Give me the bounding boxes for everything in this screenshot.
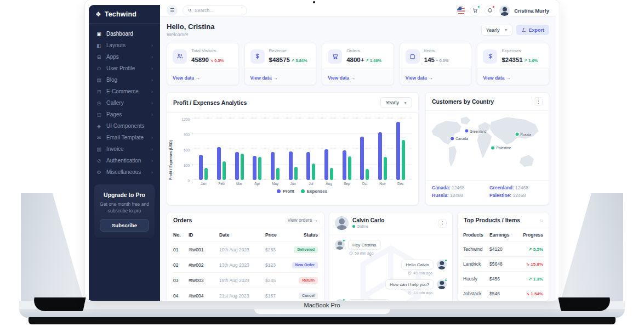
chevron-right-icon: ›: [151, 100, 153, 106]
chart-xtick: Nov: [374, 182, 392, 186]
expenses-icon: [483, 49, 497, 64]
sidebar-item-email-template[interactable]: ✉Email Template›: [89, 132, 160, 143]
product-row-hously[interactable]: Hously$456↗ 1.3%: [463, 271, 543, 286]
product-row-jobstack[interactable]: Jobstack$546↘ 1.54%: [463, 286, 543, 301]
chevron-right-icon: ›: [151, 170, 153, 175]
sidebar-item-miscellaneous[interactable]: ⚙Miscellaneous›: [89, 166, 160, 178]
notifications-badge: [492, 5, 495, 8]
sidebar-item-label: Miscellaneous: [106, 169, 141, 175]
order-row-03[interactable]: 03#tw00318th Aug 2023$245Return: [173, 272, 318, 288]
notifications-button[interactable]: [485, 5, 495, 16]
customers-card: Customers by Country ⋮: [425, 92, 549, 205]
chart-period-select[interactable]: Yearly ▼: [380, 97, 412, 108]
profit-bar: [271, 152, 275, 180]
sidebar-item-label: Dashboard: [106, 31, 133, 37]
expenses-bar: [294, 167, 298, 180]
chart-xtick: Sep: [338, 182, 356, 186]
sidebar-item-dashboard[interactable]: ▣Dashboard: [89, 28, 160, 40]
marker-dot-icon: [492, 146, 495, 149]
bar-group-sep: [338, 119, 356, 180]
sidebar-item-label: Invoice: [106, 146, 124, 152]
order-date: 21st Aug 2023: [219, 293, 265, 299]
sidebar-item-invoice[interactable]: ▥Invoice›: [89, 143, 160, 155]
sidebar-item-e-commerce[interactable]: ⊟E-Commerce›: [89, 86, 160, 97]
expenses-bar: [223, 161, 226, 180]
orders-col-header: ID: [189, 232, 219, 238]
sidebar-item-gallery[interactable]: ◎Gallery›: [89, 97, 160, 109]
order-no: 01: [173, 247, 189, 252]
bottom-row: Orders View orders → No.IDDatePriceStatu…: [167, 212, 549, 301]
message-bubble: How can i help you?: [385, 279, 434, 289]
stat-label: Total Visitors: [191, 48, 224, 53]
order-row-02[interactable]: 02#tw00213th Aug 2023$123New Order: [173, 257, 318, 272]
view-data-link[interactable]: View data →: [328, 75, 355, 81]
stat-card-orders: Orders4800+↗ 1.46%View data →: [322, 43, 394, 85]
dashboard-app: ❖ Techwind ▣Dashboard◧Layouts›⊞Apps›⊙Use…: [89, 5, 556, 301]
sidebar-item-blog[interactable]: ▤Blog›: [89, 74, 160, 86]
sidebar-item-label: Gallery: [106, 100, 124, 106]
view-orders-link[interactable]: View orders →: [287, 217, 318, 223]
revenue-icon: [250, 49, 265, 64]
order-status-badge: Return: [299, 277, 318, 284]
view-data-link[interactable]: View data →: [250, 75, 278, 81]
country-stat-canada: Canada: 12468: [432, 184, 485, 192]
chevron-down-icon: ▼: [504, 28, 508, 32]
period-select[interactable]: Yearly ▼: [481, 25, 513, 36]
chat-contact-avatar: [335, 216, 349, 230]
marker-dot-icon: [515, 133, 518, 136]
products-col-header: Progress: [518, 232, 543, 238]
chart-xtick: Feb: [213, 182, 231, 186]
product-progress: ↘ 15.8%: [519, 262, 543, 267]
chevron-right-icon: ›: [151, 89, 153, 94]
user-avatar[interactable]: [499, 5, 510, 16]
laptop-deck: MacBook Pro: [19, 301, 625, 309]
order-row-04[interactable]: 04#tw00421st Aug 2023$157Cancel: [173, 288, 318, 301]
sort-icon[interactable]: ↑↓: [540, 218, 543, 222]
product-row-techwind[interactable]: Techwind$4120↗ 5.5%: [463, 241, 543, 256]
chat-message: Hey Cristina: [335, 240, 447, 250]
search-box[interactable]: [183, 5, 247, 15]
export-button[interactable]: Export: [516, 25, 549, 35]
user-icon: ⊙: [96, 66, 102, 71]
view-data-link[interactable]: View data →: [406, 75, 433, 81]
product-row-landrick[interactable]: Landrick$5648↘ 15.8%: [463, 256, 543, 271]
legend-dot-icon: [301, 189, 305, 193]
sidebar-item-user-profile[interactable]: ⊙User Profile›: [89, 63, 160, 74]
sidebar-item-apps[interactable]: ⊞Apps›: [89, 51, 160, 63]
sidebar-item-label: Pages: [106, 111, 122, 117]
trackpad-notch: [254, 309, 390, 314]
invoice-icon: ▥: [96, 147, 102, 152]
sidebar-item-ui-components[interactable]: ◈UI Components: [89, 120, 160, 132]
chat-kebab-menu-icon[interactable]: ⋮: [438, 219, 447, 228]
chevron-right-icon: ›: [151, 147, 153, 152]
orders-col-header: No.: [173, 232, 189, 238]
sidebar-item-authentication[interactable]: ⊘Authentication›: [89, 155, 160, 166]
view-data-link[interactable]: View data →: [173, 75, 200, 81]
subscribe-button[interactable]: Subscribe: [100, 219, 149, 232]
search-input[interactable]: [195, 8, 242, 13]
stat-label: Revenue: [269, 48, 307, 53]
user-name[interactable]: Cristina Murfy: [514, 8, 549, 14]
ecommerce-icon: ⊟: [96, 89, 102, 94]
kebab-menu-icon[interactable]: ⋮: [534, 97, 543, 106]
view-data-link[interactable]: View data →: [483, 75, 510, 81]
cart-button[interactable]: [470, 5, 480, 16]
language-flag-icon[interactable]: [457, 7, 465, 15]
sidebar: ❖ Techwind ▣Dashboard◧Layouts›⊞Apps›⊙Use…: [89, 5, 160, 301]
message-bubble: Hey Cristina: [348, 240, 381, 250]
chat-card: Calvin Carlo Online ⋮: [329, 212, 453, 301]
expenses-bar: [330, 168, 333, 180]
products-col-header: Earnings: [489, 232, 518, 238]
brand-logo[interactable]: ❖ Techwind: [89, 5, 160, 24]
product-progress: ↘ 1.54%: [519, 291, 543, 296]
sidebar-item-layouts[interactable]: ◧Layouts›: [89, 40, 160, 51]
chart-ytick: 900: [184, 133, 190, 137]
chart-ytick: 1200: [182, 117, 190, 121]
presence-dot-icon: [444, 279, 447, 282]
hamburger-menu-icon[interactable]: ☰: [167, 5, 178, 16]
marker-dot-icon: [451, 137, 454, 140]
sidebar-item-pages[interactable]: ▢Pages›: [89, 109, 160, 120]
stat-delta: ↗ 1.46%: [366, 58, 382, 63]
order-row-01[interactable]: 01#tw00110th Aug 2023$253Delivered: [173, 241, 318, 257]
online-status-icon: [352, 225, 355, 228]
